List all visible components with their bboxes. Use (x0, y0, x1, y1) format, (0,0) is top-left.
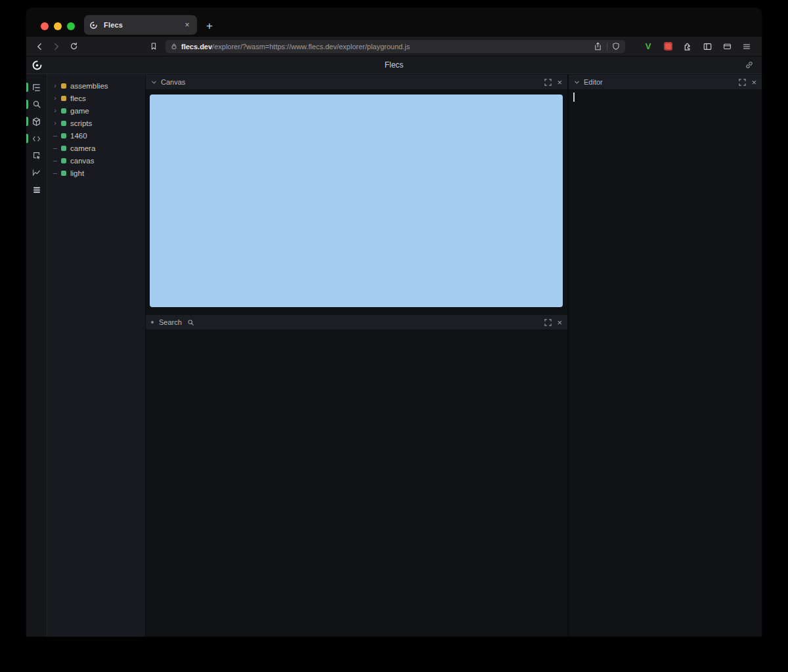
sidebar-item-tables[interactable] (26, 181, 47, 198)
tree-item-assemblies[interactable]: › assemblies (47, 79, 145, 92)
url-path: /explorer/?wasm=https://www.flecs.dev/ex… (212, 43, 410, 51)
wallet-icon[interactable] (721, 41, 733, 52)
expand-panel-icon[interactable] (739, 79, 746, 86)
window-controls (26, 22, 75, 37)
inspect-cursor-icon (32, 151, 41, 160)
collapsed-dot-icon[interactable] (151, 321, 154, 324)
editor-panel-title: Editor (584, 78, 603, 86)
sidebar-item-commands[interactable] (26, 113, 47, 130)
tab-bar: Flecs × + (26, 8, 762, 37)
forward-button[interactable] (50, 40, 63, 53)
search-panel-title: Search (159, 318, 182, 326)
bookmark-icon[interactable] (147, 40, 160, 53)
tree-item-label: camera (69, 144, 95, 152)
package-icon (32, 117, 41, 127)
app-title: Flecs (26, 60, 762, 70)
editor-column: Editor × (569, 74, 762, 637)
tree-item-camera[interactable]: – camera (47, 142, 145, 154)
tree-item-label: scripts (69, 119, 92, 127)
tree-icon (32, 83, 41, 93)
entity-icon (61, 158, 66, 163)
text-caret (573, 93, 575, 102)
puzzle-extensions-icon[interactable] (682, 41, 693, 52)
entity-tree-panel: › assemblies › flecs › game › sc (47, 74, 146, 637)
url-text: flecs.dev/explorer/?wasm=https://www.fle… (181, 43, 590, 51)
flecs-favicon-icon (89, 21, 98, 30)
entity-icon (61, 121, 66, 126)
main-empty-area (146, 330, 567, 637)
sidebar-item-statistics[interactable] (26, 164, 47, 181)
expand-chevron-icon[interactable]: › (52, 107, 58, 114)
entity-icon (61, 133, 66, 138)
tree-item-label: flecs (69, 94, 86, 102)
tree-item-label: canvas (69, 157, 94, 165)
sidebar-item-query-search[interactable] (26, 96, 47, 113)
chevron-down-icon[interactable] (574, 79, 580, 85)
tree-guide-line: – (52, 144, 58, 152)
chevron-down-icon[interactable] (151, 79, 157, 85)
sidebar-item-code[interactable] (26, 130, 47, 147)
expand-chevron-icon[interactable]: › (52, 82, 58, 89)
browser-window: Flecs × + flecs.dev/explorer/?wasm=https… (26, 8, 762, 637)
search-icon (32, 100, 41, 109)
entity-icon (61, 146, 66, 151)
expand-panel-icon[interactable] (544, 79, 552, 86)
flecs-explorer-app: Flecs (26, 56, 762, 637)
shield-icon[interactable] (612, 42, 620, 51)
expand-chevron-icon[interactable]: › (52, 119, 58, 127)
minimize-window-button[interactable] (54, 22, 62, 30)
canvas-panel-title: Canvas (161, 78, 185, 86)
code-icon (32, 135, 41, 143)
tree-guide-line: – (52, 169, 58, 177)
chart-icon (32, 169, 41, 177)
tree-guide-line: – (52, 132, 58, 139)
tab-title: Flecs (102, 21, 178, 29)
canvas-panel-body (146, 90, 567, 314)
url-separator (607, 43, 607, 51)
tree-item-game[interactable]: › game (47, 104, 145, 117)
url-domain: flecs.dev (181, 43, 212, 51)
search-panel-header: Search × (146, 314, 567, 330)
vue-devtools-extension-icon[interactable]: V (642, 41, 654, 52)
expand-chevron-icon[interactable]: › (52, 94, 58, 102)
new-tab-button[interactable]: + (206, 20, 213, 32)
url-bar[interactable]: flecs.dev/explorer/?wasm=https://www.fle… (165, 40, 625, 53)
entity-icon (61, 83, 66, 89)
sidebar-item-entity-tree[interactable] (26, 79, 47, 96)
app-body: › assemblies › flecs › game › sc (26, 74, 762, 637)
lock-icon (171, 43, 177, 50)
close-panel-icon[interactable]: × (557, 318, 562, 327)
share-link-icon[interactable] (745, 60, 754, 70)
code-editor-area[interactable] (569, 90, 762, 637)
tree-item-1460[interactable]: – 1460 (47, 129, 145, 142)
tree-item-flecs[interactable]: › flecs (47, 92, 145, 104)
expand-panel-icon[interactable] (544, 319, 552, 326)
webgl-canvas[interactable] (150, 94, 563, 307)
tree-guide-line: – (52, 157, 58, 164)
app-header: Flecs (26, 56, 762, 74)
tree-item-label: assemblies (69, 82, 108, 90)
rows-icon (32, 186, 41, 194)
tree-item-scripts[interactable]: › scripts (47, 117, 145, 129)
close-panel-icon[interactable]: × (557, 78, 562, 87)
reload-button[interactable] (67, 40, 80, 53)
zoom-window-button[interactable] (67, 22, 75, 30)
tree-item-canvas[interactable]: – canvas (47, 154, 145, 167)
browser-tab[interactable]: Flecs × (84, 15, 197, 35)
menu-hamburger-icon[interactable] (741, 41, 753, 52)
close-panel-icon[interactable]: × (751, 78, 756, 87)
entity-icon (61, 171, 66, 176)
tab-close-button[interactable]: × (183, 20, 192, 30)
red-extension-icon[interactable] (662, 41, 674, 52)
tree-item-light[interactable]: – light (47, 167, 145, 179)
search-magnifier-icon (187, 319, 194, 326)
back-button[interactable] (33, 40, 46, 53)
close-window-button[interactable] (41, 22, 49, 30)
navigation-bar: flecs.dev/explorer/?wasm=https://www.fle… (26, 37, 762, 56)
entity-icon (61, 96, 66, 101)
canvas-panel-header: Canvas × (146, 74, 567, 90)
share-icon[interactable] (594, 42, 602, 51)
sidebar-item-inspect[interactable] (26, 147, 47, 164)
flecs-logo-icon[interactable] (32, 60, 43, 71)
sidebar-toggle-icon[interactable] (701, 41, 713, 52)
